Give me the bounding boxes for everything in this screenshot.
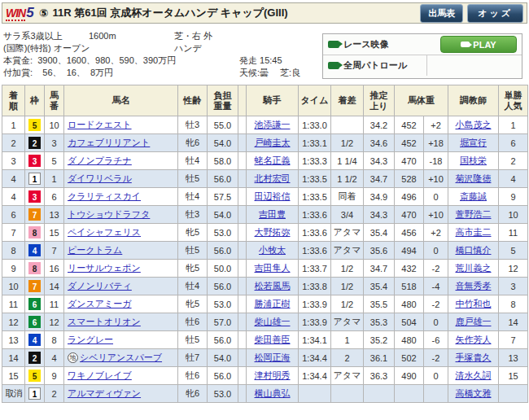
horse-name-link[interactable]: ピークトラム [68,245,122,255]
weight-carried-cell: 57.5 [208,188,238,206]
horse-name-link[interactable]: クラリティスカイ [68,191,141,201]
horse-name-link[interactable]: リーサルウェポン [68,263,141,273]
result-row: 2 2 3 カフェブリリアント 牝6 54.0 戸崎圭太 1:33.1 1/2 … [2,134,528,152]
horse-name-cell: ラングレー [64,331,178,349]
horse-name-link[interactable]: ラングレー [68,335,113,344]
popularity-cell [499,385,528,403]
horse-name-link[interactable]: ワキノブレイブ [68,370,132,380]
horse-name-link[interactable]: ペイシャフェリス [68,227,141,237]
jockey-link[interactable]: 松岡正海 [255,352,291,362]
bracket-color-box: 3 [28,155,41,167]
result-row: 8 4 7 ピークトラム 牡5 56.0 小牧太 1:33.6 アタマ 35.6… [2,242,528,260]
odds-button[interactable]: オッズ [467,4,523,23]
horse-name-link[interactable]: スマートオリオン [68,317,141,326]
horse-name-link[interactable]: ダノンプラチナ [68,155,132,165]
trainer-link[interactable]: 高橋文雅 [456,388,492,398]
sex-age-cell: 牡5 [178,242,208,260]
jockey-link[interactable]: 田辺裕信 [255,191,291,201]
trainer-link[interactable]: 菊沢隆徳 [456,173,492,183]
bracket-color-box: 1 [28,173,41,185]
horse-weight-cell: 456 [395,224,424,242]
jockey-cell: 横山典弘 [247,385,299,403]
result-row: 4 1 1 ダイワリベラル 牡5 56.0 北村宏司 1:33.5 1 1/2 … [2,170,528,188]
bracket-cell: 5 [25,367,45,385]
jockey-link[interactable]: 吉田隼人 [255,263,291,273]
added-prize: 付加賞: 56、 16、 8万円 [3,67,239,79]
jockey-link[interactable]: 大野拓弥 [255,227,291,237]
trainer-link[interactable]: 荒川義之 [456,263,492,273]
weight-diff-cell: +2 [424,116,448,134]
jockey-link[interactable]: 津村明秀 [255,370,291,380]
jockey-link[interactable]: 池添謙一 [255,120,291,129]
trainer-link[interactable]: 鹿戸雄一 [456,317,492,326]
jockey-cell: 田辺裕信 [247,188,299,206]
sex-age-cell: 牡5 [178,170,208,188]
last3f-cell: 35.4 [364,224,395,242]
horse-weight-cell [395,385,424,403]
trainer-link[interactable]: 音無秀孝 [456,281,492,291]
jockey-link[interactable]: 横山典弘 [255,388,291,398]
horse-number-cell: 11 [45,295,64,313]
blinker-cell [238,260,247,278]
jockey-link[interactable]: 蛯名正義 [255,155,291,165]
jockey-link[interactable]: 勝浦正樹 [255,299,291,308]
jockey-link[interactable]: 吉田豊 [259,209,286,219]
jockey-cell: 柴山雄一 [247,313,299,331]
trainer-link[interactable]: 堀宣行 [460,138,487,147]
race-conditions: サラ系3歳以上 1600m 芝・右 外 (国際)(特指) オープン ハンデ 本賞… [3,30,322,79]
popularity-cell: 6 [499,134,528,152]
play-button[interactable]: PLAY [440,36,517,53]
jockey-link[interactable]: 柴田善臣 [255,335,291,344]
shutsuba-button[interactable]: 出馬表 [420,4,463,23]
time-cell: 1:33.6 [299,242,331,260]
horse-name-link[interactable]: ダンスアミーガ [68,299,132,308]
win5-logo-five: 5 [26,5,33,21]
blinker-cell [238,295,247,313]
result-row: 15 5 9 ワキノブレイブ 牡6 56.0 津村明秀 1:34.4 アタマ 3… [2,367,528,385]
win5-logo-win: WIN [6,7,25,21]
weight-carried-cell: 54.0 [208,134,238,152]
popularity-cell: 2 [499,152,528,170]
trainer-link[interactable]: 国枝栄 [460,155,487,165]
time-cell: 1:33.8 [299,278,331,295]
trainer-link[interactable]: 高市圭二 [456,227,492,237]
header-horse-weight: 馬体重 [395,85,448,116]
horse-name-link[interactable]: ロードクエスト [68,120,132,129]
trainer-link[interactable]: 萱野浩二 [456,209,492,219]
trainer-link[interactable]: 手塚貴久 [456,352,492,362]
trainer-link[interactable]: 斎藤誠 [460,191,487,201]
trainer-link[interactable]: 矢作芳人 [456,335,492,344]
time-cell: 1:33.5 [299,188,331,206]
sex-age-cell: 牡5 [178,331,208,349]
horse-number-cell: 1 [45,170,64,188]
result-row: 9 8 16 リーサルウェポン 牝5 50.0 吉田隼人 1:33.7 1/2 … [2,260,528,278]
jockey-link[interactable]: 柴山雄一 [255,317,291,326]
horse-name-link[interactable]: ダノンリバティ [68,281,132,291]
trainer-link[interactable]: 清水久詞 [456,370,492,380]
jockey-link[interactable]: 戸崎圭太 [255,138,291,147]
horse-name-link[interactable]: ダイワリベラル [68,173,132,183]
trainer-link[interactable]: 小島茂之 [456,120,492,129]
horse-name-link[interactable]: トウショウドラフタ [68,209,150,219]
jockey-link[interactable]: 松若風馬 [255,281,291,291]
last3f-cell: 35.2 [364,331,395,349]
last3f-cell: 34.9 [364,188,395,206]
horse-name-cell: ワキノブレイブ [64,367,178,385]
result-row: 13 4 8 ラングレー 牡5 56.0 柴田善臣 1:34.1 1 35.2 … [2,331,528,349]
finish-position-cell: 8 [2,242,25,260]
jockey-link[interactable]: 北村宏司 [255,173,291,183]
blinker-cell [238,206,247,224]
blinker-cell [238,313,247,331]
play-button-label: PLAY [473,40,496,50]
jockey-link[interactable]: 小牧太 [259,245,286,255]
horse-name-cell: ダノンリバティ [64,278,178,295]
trainer-link[interactable]: 橋口慎介 [456,245,492,255]
prize-money: 本賞金: 3900、1600、980、590、390万円 [3,55,239,67]
horse-name-link[interactable]: アルマディヴァン [68,388,141,398]
trainer-link[interactable]: 中竹和也 [456,299,492,308]
last3f-cell: 36.3 [364,367,395,385]
bracket-cell: 2 [25,349,45,367]
horse-name-link[interactable]: シベリアンスパーブ [80,352,162,362]
horse-weight-cell: 494 [395,242,424,260]
horse-name-link[interactable]: カフェブリリアント [68,138,150,147]
